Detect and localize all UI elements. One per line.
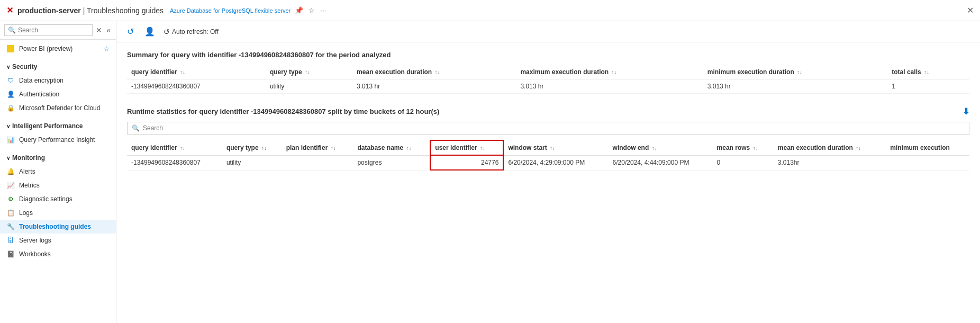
- logs-icon: 📋: [6, 209, 15, 217]
- sidebar-item-logs[interactable]: 📋 Logs: [0, 206, 116, 220]
- sidebar-item-serverlogs[interactable]: 🗄 Server logs: [0, 234, 116, 247]
- runtime-th-db-name[interactable]: database name ↑↓: [353, 140, 430, 155]
- sidebar-item-troubleshooting[interactable]: 🔧 Troubleshooting guides: [0, 220, 116, 234]
- search-icon: 🔍: [8, 26, 16, 34]
- table-row: -1349949608248360807 utility 3.013 hr 3.…: [127, 79, 969, 94]
- content-body: Summary for query with identifier -13499…: [116, 42, 980, 179]
- monitoring-section-header[interactable]: ∨ Monitoring: [0, 151, 116, 165]
- download-icon[interactable]: ⬇: [963, 106, 969, 116]
- runtime-table: query identifier ↑↓ query type ↑↓ plan i…: [127, 140, 969, 171]
- sidebar-item-label-diagnostic: Diagnostic settings: [19, 195, 72, 203]
- sidebar: 🔍 ✕ « Power BI (preview) ☆ ∨ Security 🛡 …: [0, 21, 116, 323]
- summary-table: query identifier ↑↓ query type ↑↓ mean e…: [127, 65, 969, 94]
- star-icon[interactable]: ☆: [308, 6, 315, 14]
- runtime-th-query-type[interactable]: query type ↑↓: [222, 140, 282, 155]
- intelliperf-section-label: Intelligent Performance: [12, 122, 83, 130]
- server-name: production-server: [17, 6, 81, 15]
- sidebar-item-label-data-encryption: Data encryption: [19, 77, 63, 84]
- summary-th-query-type[interactable]: query type ↑↓: [266, 65, 352, 79]
- main-layout: 🔍 ✕ « Power BI (preview) ☆ ∨ Security 🛡 …: [0, 21, 980, 323]
- runtime-th-mean-exec-duration[interactable]: mean execution duration ↑↓: [774, 140, 886, 155]
- title-bar-icons: 📌 ☆ ···: [295, 6, 326, 14]
- runtime-th-min-exec[interactable]: minimum execution: [886, 140, 969, 155]
- powerbi-star-icon[interactable]: ☆: [104, 45, 110, 52]
- sidebar-item-powerbi[interactable]: Power BI (preview) ☆: [0, 42, 116, 56]
- metrics-icon: 📈: [6, 181, 15, 190]
- rt-cell-mean-exec-duration: 3.013hr: [774, 155, 886, 170]
- rt-cell-plan-id: [282, 155, 353, 170]
- rt-sort-mean-rows: ↑↓: [753, 145, 758, 151]
- sidebar-section-powerbi: Power BI (preview) ☆: [0, 40, 116, 58]
- rt-sort-window-end: ↑↓: [652, 145, 657, 151]
- runtime-th-window-end[interactable]: window end ↑↓: [609, 140, 713, 155]
- runtime-search-input[interactable]: [143, 124, 965, 132]
- auto-refresh-icon: ↺: [164, 28, 170, 36]
- search-box[interactable]: 🔍: [4, 24, 93, 36]
- diagnostic-icon: ⚙: [6, 195, 15, 203]
- serverlogs-icon: 🗄: [6, 236, 15, 245]
- rt-sort-window-start: ↑↓: [550, 145, 555, 151]
- runtime-th-plan-id[interactable]: plan identifier ↑↓: [282, 140, 353, 155]
- sort-icon-min-duration: ↑↓: [797, 69, 802, 75]
- sidebar-item-label-authentication: Authentication: [19, 91, 59, 98]
- runtime-title-text: Runtime statistics for query identifier …: [127, 107, 439, 115]
- auto-refresh-status: ↺ Auto refresh: Off: [164, 28, 219, 36]
- runtime-table-row: -1349949608248360807 utility postgres 24…: [127, 155, 969, 170]
- rt-cell-user-id: 24776: [430, 155, 503, 170]
- security-section-header[interactable]: ∨ Security: [0, 60, 116, 74]
- auto-refresh-label: Auto refresh: Off: [172, 28, 219, 35]
- sidebar-item-workbooks[interactable]: 📓 Workbooks: [0, 247, 116, 261]
- security-chevron: ∨: [6, 64, 10, 70]
- intelliperf-chevron: ∨: [6, 123, 10, 129]
- security-section-label: Security: [12, 63, 37, 70]
- intelliperf-section-header[interactable]: ∨ Intelligent Performance: [0, 119, 116, 133]
- summary-th-max-duration[interactable]: maximum execution duration ↑↓: [516, 65, 703, 79]
- troubleshooting-icon: 🔧: [6, 222, 15, 231]
- sidebar-toolbar: 🔍 ✕ «: [0, 21, 116, 40]
- runtime-th-query-id[interactable]: query identifier ↑↓: [127, 140, 222, 155]
- summary-th-total-calls[interactable]: total calls ↑↓: [887, 65, 969, 79]
- sidebar-item-label-powerbi: Power BI (preview): [19, 45, 72, 52]
- user-button[interactable]: 👤: [142, 25, 157, 38]
- search-input[interactable]: [18, 26, 89, 34]
- sort-icon-query-type: ↑↓: [305, 69, 310, 75]
- rt-sort-mean-exec-duration: ↑↓: [856, 145, 861, 151]
- close-button[interactable]: ✕: [967, 5, 974, 15]
- powerbi-icon: [6, 44, 15, 53]
- sidebar-close-icon[interactable]: ✕: [95, 25, 103, 35]
- runtime-search-box[interactable]: 🔍: [127, 122, 969, 134]
- summary-th-mean-duration[interactable]: mean execution duration ↑↓: [352, 65, 516, 79]
- qpi-icon: 📊: [6, 136, 15, 144]
- sidebar-item-diagnostic[interactable]: ⚙ Diagnostic settings: [0, 192, 116, 206]
- refresh-button[interactable]: ↺: [125, 25, 136, 38]
- sidebar-item-qpi[interactable]: 📊 Query Performance Insight: [0, 133, 116, 147]
- page-title: Troubleshooting guides: [87, 6, 164, 15]
- sidebar-item-data-encryption[interactable]: 🛡 Data encryption: [0, 74, 116, 87]
- content-area: ↺ 👤 ↺ Auto refresh: Off Summary for quer…: [116, 21, 980, 323]
- runtime-th-user-id[interactable]: user identifier ↑↓: [430, 140, 503, 155]
- more-icon[interactable]: ···: [320, 6, 326, 14]
- pin-icon[interactable]: 📌: [295, 6, 303, 14]
- sort-icon-query-id: ↑↓: [180, 69, 185, 75]
- sidebar-item-defender[interactable]: 🔒 Microsoft Defender for Cloud: [0, 101, 116, 115]
- summary-th-min-duration[interactable]: minimum execution duration ↑↓: [703, 65, 888, 79]
- alerts-icon: 🔔: [6, 167, 15, 176]
- rt-cell-db-name: postgres: [353, 155, 430, 170]
- title-separator: |: [83, 6, 87, 15]
- monitoring-section-label: Monitoring: [12, 154, 45, 162]
- sidebar-section-security: ∨ Security 🛡 Data encryption 👤 Authentic…: [0, 58, 116, 117]
- sidebar-collapse-icon[interactable]: «: [105, 25, 112, 35]
- summary-cell-min-duration: 3.013 hr: [703, 79, 888, 94]
- rt-sort-plan-id: ↑↓: [331, 145, 336, 151]
- authentication-icon: 👤: [6, 90, 15, 98]
- summary-cell-query-id: -1349949608248360807: [127, 79, 266, 94]
- runtime-th-window-start[interactable]: window start ↑↓: [503, 140, 608, 155]
- sidebar-item-metrics[interactable]: 📈 Metrics: [0, 178, 116, 192]
- sidebar-item-alerts[interactable]: 🔔 Alerts: [0, 165, 116, 178]
- summary-th-query-id[interactable]: query identifier ↑↓: [127, 65, 266, 79]
- sidebar-item-authentication[interactable]: 👤 Authentication: [0, 87, 116, 101]
- sidebar-item-label-troubleshooting: Troubleshooting guides: [19, 223, 91, 230]
- sidebar-section-intelliperf: ∨ Intelligent Performance 📊 Query Perfor…: [0, 117, 116, 149]
- runtime-th-mean-rows[interactable]: mean rows ↑↓: [713, 140, 774, 155]
- rt-cell-window-start: 6/20/2024, 4:29:09:000 PM: [503, 155, 608, 170]
